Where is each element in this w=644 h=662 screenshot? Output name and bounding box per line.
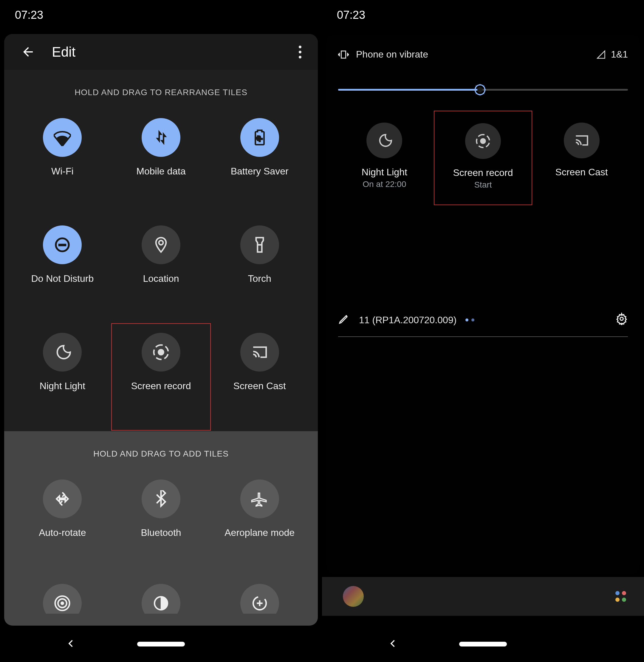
screen-record-icon <box>142 333 180 371</box>
cast-icon <box>240 333 279 371</box>
tile-autorotate[interactable]: Auto-rotate <box>13 471 112 572</box>
signal-icon <box>597 50 605 59</box>
location-icon <box>142 225 180 264</box>
tile-wifi[interactable]: Wi-Fi <box>13 109 112 216</box>
pencil-icon <box>338 313 350 325</box>
tile-darkmode[interactable] <box>112 572 210 614</box>
nav-bar <box>322 626 644 662</box>
assistant-icon <box>615 591 626 602</box>
battery-saver-icon <box>240 118 279 157</box>
brightness-slider[interactable] <box>338 84 628 96</box>
status-bar: 07:23 <box>0 0 322 30</box>
available-tiles-section: HOLD AND DRAG TO ADD TILES Auto-rotate B… <box>4 431 318 625</box>
ringer-status[interactable]: Phone on vibrate <box>338 49 597 60</box>
status-time: 07:23 <box>337 9 365 21</box>
qs-panel: Phone on vibrate 1&1 Night Light On at 2… <box>326 34 640 574</box>
qs-footer: 11 (RP1A.200720.009) <box>326 313 640 336</box>
edit-title: Edit <box>52 44 291 60</box>
ringer-text: Phone on vibrate <box>356 49 428 60</box>
tile-label: Mobile data <box>136 166 185 177</box>
svg-point-3 <box>61 602 64 605</box>
svg-point-2 <box>158 349 164 355</box>
night-light-icon <box>43 333 82 371</box>
page-indicator <box>465 318 474 321</box>
nav-bar <box>0 626 322 662</box>
tile-night-light[interactable]: Night Light <box>13 324 112 431</box>
qs-tiles-row: Night Light On at 22:00 Screen record St… <box>326 105 640 205</box>
torch-icon <box>240 225 279 264</box>
tile-hotspot[interactable] <box>13 572 112 614</box>
signal-carrier: 1&1 <box>597 49 628 60</box>
qs-tile-screen-cast[interactable]: Screen Cast <box>532 111 631 205</box>
chevron-left-icon <box>66 638 76 649</box>
tile-label: Wi-Fi <box>51 166 74 177</box>
svg-point-8 <box>477 87 483 92</box>
build-info: 11 (RP1A.200720.009) <box>359 315 606 326</box>
tile-label: Screen record <box>131 381 191 391</box>
edit-qs-button[interactable] <box>338 313 350 327</box>
qs-tile-label: Screen record <box>453 167 513 178</box>
tile-datasaver[interactable] <box>210 572 309 614</box>
tile-label: Torch <box>248 273 271 284</box>
gear-icon <box>615 313 628 325</box>
bluetooth-icon <box>142 480 180 518</box>
hotspot-icon <box>43 584 82 614</box>
tile-mobile-data[interactable]: Mobile data <box>112 109 210 216</box>
settings-button[interactable] <box>615 313 628 327</box>
screen-record-icon <box>465 123 501 159</box>
tile-label: Battery Saver <box>231 166 289 177</box>
overflow-menu-button[interactable] <box>291 43 309 61</box>
google-logo-icon <box>343 586 364 607</box>
cast-icon <box>564 122 600 158</box>
back-button[interactable] <box>16 40 40 64</box>
nav-back-button[interactable] <box>388 638 398 650</box>
dnd-icon <box>43 225 82 264</box>
contrast-icon <box>142 584 180 614</box>
tile-aeroplane[interactable]: Aeroplane mode <box>210 471 309 572</box>
available-tiles-partial <box>4 572 318 614</box>
available-tiles-grid: Auto-rotate Bluetooth Aeroplane mode <box>4 471 318 572</box>
nav-home-pill[interactable] <box>137 642 185 646</box>
tile-label: Do Not Disturb <box>31 273 94 284</box>
tile-label: Auto-rotate <box>39 527 86 538</box>
carrier-text: 1&1 <box>611 49 628 60</box>
tile-location[interactable]: Location <box>112 216 210 324</box>
tile-dnd[interactable]: Do Not Disturb <box>13 216 112 324</box>
qs-tile-sub: On at 22:00 <box>363 180 406 189</box>
status-bar: 07:23 <box>322 0 644 30</box>
phone-left: 07:23 Edit HOLD AND DRAG TO REARRANGE TI… <box>0 0 322 662</box>
nav-back-button[interactable] <box>66 638 76 650</box>
svg-rect-1 <box>59 244 66 246</box>
slider-fill <box>338 89 480 91</box>
svg-point-10 <box>480 138 485 143</box>
tile-label: Aeroplane mode <box>225 527 295 538</box>
build-text: 11 (RP1A.200720.009) <box>359 315 457 326</box>
autorotate-icon <box>43 480 82 518</box>
launcher-peek <box>322 577 644 616</box>
slider-thumb[interactable] <box>474 83 487 96</box>
tile-label: Bluetooth <box>141 527 181 538</box>
qs-tile-sub: Start <box>474 180 492 190</box>
tile-torch[interactable]: Torch <box>210 216 309 324</box>
add-hint: HOLD AND DRAG TO ADD TILES <box>4 431 318 471</box>
tile-battery-saver[interactable]: Battery Saver <box>210 109 309 216</box>
rearrange-hint: HOLD AND DRAG TO REARRANGE TILES <box>4 70 318 109</box>
nav-home-pill[interactable] <box>459 642 507 646</box>
footer-divider <box>338 336 628 337</box>
phone-right: 07:23 Phone on vibrate 1&1 <box>322 0 644 662</box>
active-tiles-grid: Wi-Fi Mobile data Battery Saver Do Not D… <box>4 109 318 431</box>
vibrate-icon <box>338 49 349 60</box>
qs-tile-label: Night Light <box>362 167 407 178</box>
qs-tile-screen-record[interactable]: Screen record Start <box>434 111 532 205</box>
tile-screen-cast[interactable]: Screen Cast <box>210 324 309 431</box>
aeroplane-icon <box>240 480 279 518</box>
svg-point-11 <box>620 317 623 321</box>
qs-tile-label: Screen Cast <box>555 167 608 178</box>
spacer <box>326 205 640 313</box>
status-time: 07:23 <box>15 9 43 21</box>
tile-bluetooth[interactable]: Bluetooth <box>112 471 210 572</box>
tile-screen-record[interactable]: Screen record <box>111 323 211 431</box>
qs-tile-night-light[interactable]: Night Light On at 22:00 <box>335 111 434 205</box>
tile-label: Location <box>143 273 179 284</box>
brightness-icon <box>474 83 487 96</box>
